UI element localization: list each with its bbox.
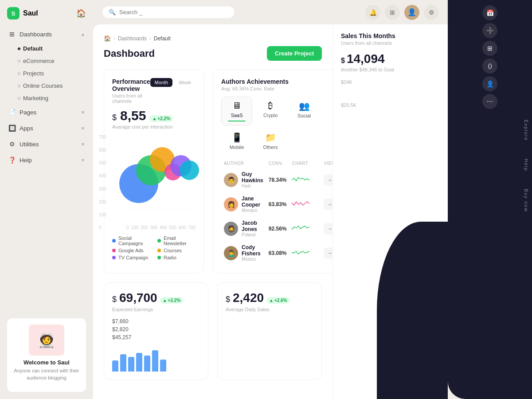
explore-label[interactable]: Explore	[524, 120, 528, 141]
author-cell: 👨‍🦱 Cody Fishers Mexico	[224, 244, 263, 262]
breadcrumb-dashboards[interactable]: Dashboards	[118, 35, 147, 42]
cat-tab-others[interactable]: 📁 Others	[255, 128, 286, 154]
sales-goal: Another $48,346 to Goal	[341, 67, 440, 72]
earnings-badge: ▲ +2.2%	[160, 297, 184, 304]
search-icon: 🔍	[109, 9, 116, 16]
table-row: 🧔 Jacob Jones Poland 92.56% →	[221, 216, 332, 241]
bubble-chart	[126, 135, 196, 223]
rp-code-icon[interactable]: ⟨⟩	[482, 59, 497, 74]
view-button[interactable]: →	[324, 223, 332, 235]
legend-dot	[157, 239, 161, 243]
authors-table: AUTHOR CONV. CHART VIEW 👨 Guy Hawkins Ha…	[221, 159, 332, 265]
performance-subtitle: Users from all channels	[112, 93, 150, 104]
help-label[interactable]: Help	[524, 159, 528, 172]
search-input[interactable]	[119, 9, 228, 16]
author-country: Monaco	[242, 208, 263, 213]
rp-calendar-icon[interactable]: 📅	[482, 5, 497, 20]
breadcrumb-current: Default	[154, 35, 171, 42]
right-panel: 📅 ➕ ⊞ ⟨⟩ 👤 ⋯ Explore Help Buy now	[448, 0, 532, 399]
side-labels: Explore Help Buy now	[524, 120, 528, 212]
legend-email: Email Newsletter	[157, 235, 196, 246]
projects-label: Projects	[23, 70, 44, 77]
sidebar-item-apps[interactable]: 🔲 Apps ▼	[4, 121, 90, 136]
user-avatar[interactable]: 👤	[404, 5, 419, 20]
legend-dot	[157, 256, 161, 259]
sales-y-labels: $24K $20.5K	[341, 79, 440, 108]
dark-overlay	[377, 222, 448, 399]
sidebar-item-dashboards[interactable]: ⊞ Dashboards ▲	[4, 27, 90, 42]
sidebar-item-utilities[interactable]: ⚙ Utilities ▼	[4, 137, 90, 152]
bar	[144, 356, 150, 372]
metric-value: $ 8,55 ▲ +2.2%	[112, 108, 196, 123]
metric-label: Avarage cost per interaction	[112, 124, 196, 129]
chart-container: 700 600 500 400 300 200 100 0	[112, 135, 196, 230]
grid-icon[interactable]: ⊞	[385, 5, 400, 20]
social-icon: 👥	[299, 101, 310, 111]
create-project-button[interactable]: Create Project	[267, 46, 322, 61]
legend-social: Social Campaigns	[112, 235, 150, 246]
astronaut-image: 🧑‍🚀	[29, 325, 64, 356]
cat-tab-social[interactable]: 👥 Social	[289, 97, 320, 125]
chart-legend: Social Campaigns Email Newsletter Google…	[112, 235, 196, 260]
cat-tab-crypto[interactable]: ₿ Crypto	[255, 97, 286, 125]
earnings-card: $ 69,700 ▲ +2.2% Expected Earnings $7,	[104, 282, 208, 380]
home-icon[interactable]: 🏠	[104, 35, 111, 42]
page-title: Dashboard	[104, 48, 155, 59]
legend-dot	[112, 249, 116, 252]
legend-courses: Courses	[157, 248, 196, 253]
th-chart: CHART	[289, 159, 321, 168]
daily-sales-badge: ▲ +2.6%	[266, 297, 290, 304]
apps-icon: 🔲	[8, 124, 16, 132]
rp-user-icon[interactable]: 👤	[482, 76, 497, 91]
back-icon[interactable]: 🏠	[76, 8, 86, 18]
chart-x-labels: 0 100 200 300 400 500 600 700	[126, 223, 196, 230]
th-author: AUTHOR	[221, 159, 266, 168]
earnings-value: $ 69,700 ▲ +2.2%	[112, 291, 183, 305]
sparkline	[292, 223, 318, 232]
settings-icon[interactable]: ⚙	[424, 5, 439, 20]
view-button[interactable]: →	[324, 174, 332, 186]
daily-sales-label: Average Daily Sales	[226, 307, 313, 312]
sidebar-item-pages[interactable]: 📄 Pages ▼	[4, 105, 90, 120]
notification-icon[interactable]: 🔔	[365, 5, 380, 20]
search-box[interactable]: 🔍	[102, 6, 235, 19]
dot-icon	[18, 85, 20, 87]
chevron-icon: ▲	[81, 32, 85, 37]
week-toggle[interactable]: Week	[174, 78, 196, 87]
dashboard-grid: Performance Overview Users from all chan…	[104, 70, 322, 274]
welcome-title: Welcome to Saul	[13, 359, 80, 366]
cat-tab-saas[interactable]: 🖥 SaaS	[221, 97, 252, 125]
sidebar-subitem-online-courses[interactable]: Online Courses	[4, 80, 90, 92]
welcome-subtitle: Anyone can connect with their audience b…	[13, 368, 80, 381]
sidebar-subitem-projects[interactable]: Projects	[4, 67, 90, 79]
month-toggle[interactable]: Month	[150, 78, 173, 87]
sidebar-item-help[interactable]: ❓ Help ▼	[4, 153, 90, 168]
dot-icon	[18, 72, 20, 75]
pages-icon: 📄	[8, 108, 16, 116]
sales-panel: Sales This Months Users from all channel…	[332, 24, 448, 399]
sidebar-header: S Saul 🏠	[0, 0, 93, 27]
view-button[interactable]: →	[324, 247, 332, 259]
rp-grid-icon[interactable]: ⊞	[482, 41, 497, 56]
saas-label: SaaS	[231, 113, 243, 118]
sidebar-subitem-default[interactable]: Default	[4, 43, 90, 55]
rp-dots-icon[interactable]: ⋯	[482, 94, 497, 109]
author-country: Haiti	[242, 184, 263, 188]
marketing-label: Marketing	[23, 95, 48, 102]
rp-plus-icon[interactable]: ➕	[482, 23, 497, 38]
author-avatar: 👨	[224, 173, 238, 187]
social-label: Social	[297, 113, 311, 118]
legend-google: Google Ads	[112, 248, 150, 253]
authors-card-header: Authors Achievements Avg. 69.34% Conv. R…	[221, 78, 332, 91]
bar	[136, 353, 142, 372]
view-button[interactable]: →	[324, 199, 332, 210]
buy-label[interactable]: Buy now	[524, 189, 528, 212]
category-tabs: 🖥 SaaS ₿ Crypto 👥 Social	[221, 97, 332, 154]
right-panel-icons: 📅 ➕ ⊞ ⟨⟩ 👤 ⋯	[448, 0, 532, 113]
sidebar-subitem-ecommerce[interactable]: eCommerce	[4, 55, 90, 67]
dot-icon	[18, 60, 20, 63]
author-name: Cody Fishers	[242, 244, 263, 257]
bubbles-layer	[126, 135, 196, 223]
sidebar-subitem-marketing[interactable]: Marketing	[4, 92, 90, 104]
cat-tab-mobile[interactable]: 📱 Mobile	[221, 128, 252, 154]
